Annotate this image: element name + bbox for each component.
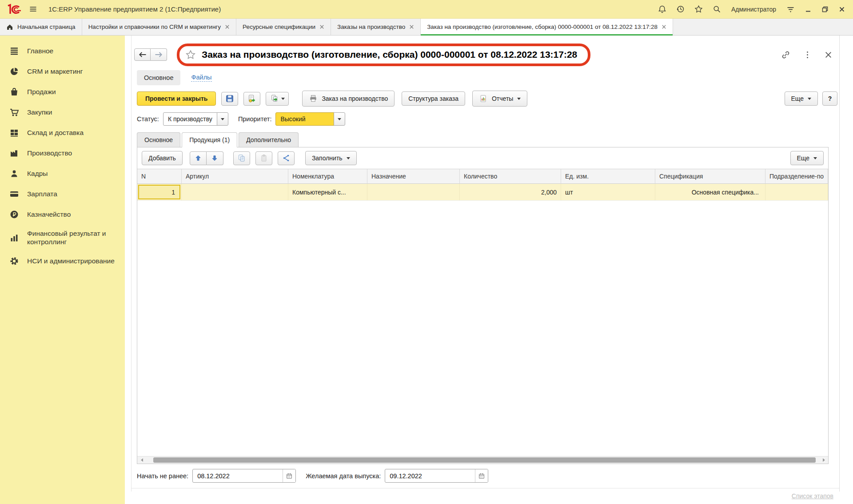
post-document-button[interactable]: [243, 92, 260, 106]
scrollbar-thumb[interactable]: [153, 457, 816, 463]
nav-link-files[interactable]: Файлы: [191, 74, 211, 82]
calendar-picker-button[interactable]: [475, 469, 488, 482]
sidebar-item-crm[interactable]: CRM и маркетинг: [0, 61, 125, 82]
close-tab-icon[interactable]: [319, 24, 324, 29]
order-structure-button[interactable]: Структура заказа: [402, 91, 465, 106]
favorite-star-icon[interactable]: [185, 49, 196, 60]
sidebar-item-administration[interactable]: НСИ и администрирование: [0, 251, 125, 271]
sidebar-item-main[interactable]: Главное: [0, 41, 125, 61]
priority-dropdown-button[interactable]: [334, 112, 345, 126]
column-header-article[interactable]: Артикул: [182, 169, 288, 184]
column-header-nomenclature[interactable]: Номенклатура: [288, 169, 367, 184]
tab-resource-specs[interactable]: Ресурсные спецификации: [236, 19, 331, 35]
sidebar-item-financial-result[interactable]: Финансовый результат и контроллинг: [0, 225, 125, 251]
sidebar-item-purchasing[interactable]: Закупки: [0, 102, 125, 123]
paste-button[interactable]: [255, 151, 272, 165]
sidebar-item-warehouse[interactable]: Склад и доставка: [0, 123, 125, 143]
save-floppy-icon: [225, 94, 235, 103]
tab-production-orders[interactable]: Заказы на производство: [331, 19, 421, 35]
history-icon[interactable]: [676, 4, 685, 14]
status-dropdown-button[interactable]: [217, 112, 228, 126]
sidebar-item-treasury[interactable]: Казначейство: [0, 204, 125, 225]
more-button[interactable]: Еще: [785, 91, 818, 106]
cell-unit[interactable]: шт: [561, 184, 655, 200]
tab-home[interactable]: Начальная страница: [0, 19, 82, 35]
move-down-button[interactable]: [207, 151, 223, 165]
column-header-n[interactable]: N: [137, 169, 182, 184]
table-more-button[interactable]: Еще: [790, 151, 824, 165]
cell-department[interactable]: [765, 184, 828, 200]
printer-icon: [309, 94, 318, 103]
structure-tree-button[interactable]: [278, 151, 295, 165]
create-based-on-button[interactable]: [266, 92, 289, 106]
column-header-unit[interactable]: Ед. изм.: [561, 169, 655, 184]
cell-specification[interactable]: Основная специфика...: [655, 184, 765, 200]
reports-button[interactable]: Отчеты: [472, 91, 527, 107]
current-user[interactable]: Администратор: [731, 6, 776, 13]
back-button[interactable]: [134, 48, 151, 61]
tree-branch-icon: [282, 154, 291, 163]
close-tab-icon[interactable]: [662, 24, 666, 29]
priority-value[interactable]: Высокий: [275, 112, 334, 126]
table-toolbar: Добавить: [137, 147, 828, 169]
get-link-icon[interactable]: [781, 50, 791, 60]
column-header-department[interactable]: Подразделение-по: [765, 169, 828, 184]
cell-article[interactable]: [182, 184, 288, 200]
add-row-button[interactable]: Добавить: [142, 151, 183, 165]
cell-purpose[interactable]: [367, 184, 460, 200]
fill-button[interactable]: Заполнить: [305, 151, 357, 165]
minimize-button[interactable]: [804, 5, 812, 13]
main-menu-icon[interactable]: [28, 4, 38, 14]
forward-button[interactable]: [151, 48, 167, 61]
cell-quantity[interactable]: 2,000: [460, 184, 561, 200]
tab-production-order-document[interactable]: Заказ на производство (изготовление, сбо…: [421, 19, 673, 35]
sidebar-item-hr[interactable]: Кадры: [0, 163, 125, 184]
form-left-border: [131, 36, 132, 492]
detail-tab-main[interactable]: Основное: [137, 132, 180, 147]
cell-n[interactable]: 1: [137, 184, 182, 200]
column-header-purpose[interactable]: Назначение: [367, 169, 460, 184]
search-icon[interactable]: [712, 4, 721, 14]
more-actions-icon[interactable]: [803, 50, 812, 60]
save-button[interactable]: [221, 92, 238, 106]
move-up-button[interactable]: [190, 151, 207, 165]
nav-link-main[interactable]: Основное: [137, 70, 180, 85]
titlebar: 1С:ERP Управление предприятием 2 (1С:Пре…: [0, 0, 853, 19]
print-order-button[interactable]: Заказ на производство: [302, 91, 395, 107]
tab-crm-settings[interactable]: Настройки и справочники по CRM и маркети…: [82, 19, 236, 35]
column-header-specification[interactable]: Спецификация: [655, 169, 765, 184]
service-menu-icon[interactable]: [786, 4, 795, 14]
column-header-quantity[interactable]: Количество: [460, 169, 561, 184]
person-icon: [9, 168, 20, 179]
form-right-border: [839, 36, 840, 492]
sidebar-item-sales[interactable]: Продажи: [0, 82, 125, 102]
close-tab-icon[interactable]: [225, 24, 230, 29]
favorites-star-icon[interactable]: [694, 4, 703, 14]
table-row[interactable]: 1 Компьютерный с... 2,000 шт Основная сп…: [137, 184, 828, 201]
form-area: Заказ на производство (изготовление, сбо…: [125, 36, 853, 504]
detail-tab-additional[interactable]: Дополнительно: [239, 132, 299, 147]
sidebar-item-production[interactable]: Производство: [0, 143, 125, 163]
stages-list-link[interactable]: Список этапов: [792, 492, 833, 500]
scroll-left-arrow-icon[interactable]: [138, 456, 145, 464]
cell-nomenclature[interactable]: Компьютерный с...: [288, 184, 367, 200]
help-button[interactable]: ?: [822, 91, 837, 106]
close-form-icon[interactable]: [824, 51, 833, 59]
sidebar-item-payroll[interactable]: Зарплата: [0, 184, 125, 204]
post-and-close-button[interactable]: Провести и закрыть: [137, 91, 216, 106]
copy-button[interactable]: [233, 151, 250, 165]
chevron-down-icon: [808, 98, 811, 100]
status-row: Статус: К производству Приоритет: Высоки…: [137, 112, 853, 126]
restore-button[interactable]: [821, 5, 829, 13]
detail-tab-products[interactable]: Продукция (1): [182, 132, 237, 147]
status-value[interactable]: К производству: [163, 112, 217, 126]
close-tab-icon[interactable]: [409, 24, 414, 29]
calendar-picker-button[interactable]: [283, 469, 295, 482]
release-date-field[interactable]: 09.12.2022: [385, 469, 488, 483]
horizontal-scrollbar[interactable]: [137, 456, 828, 464]
scroll-right-arrow-icon[interactable]: [820, 456, 827, 464]
start-date-field[interactable]: 08.12.2022: [192, 469, 296, 483]
close-window-button[interactable]: [838, 5, 846, 13]
notifications-bell-icon[interactable]: [658, 4, 667, 14]
chevron-down-icon: [813, 157, 817, 159]
